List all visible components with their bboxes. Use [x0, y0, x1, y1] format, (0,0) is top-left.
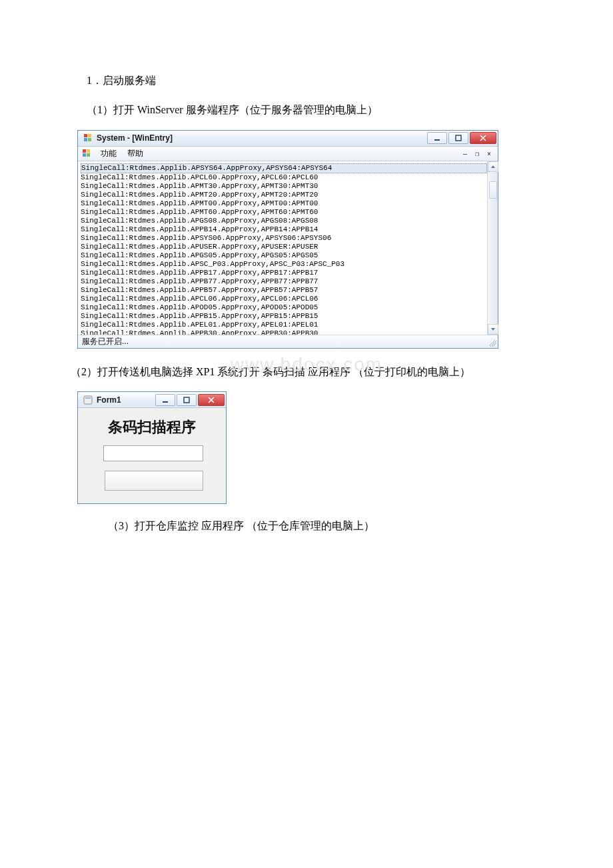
winserver-titlebar[interactable]: System - [WinEntry]: [78, 131, 498, 147]
log-line: SingleCall:Rtdmes.Applib.APPB17.AppProxy…: [81, 269, 487, 277]
log-line: SingleCall:Rtdmes.Applib.APPB77.AppProxy…: [81, 277, 487, 286]
log-line: SingleCall:Rtdmes.Applib.APMT20.AppProxy…: [81, 191, 487, 199]
svg-rect-1: [88, 134, 91, 137]
svg-rect-10: [84, 396, 92, 404]
status-text: 服务已开启...: [82, 336, 129, 347]
doc-step-1: （1）打开 WinServer 服务端程序（位于服务器管理的电脑上）: [87, 100, 540, 120]
log-line: SingleCall:Rtdmes.Applib.APCL60.AppProxy…: [81, 173, 487, 182]
scroll-down-button[interactable]: [488, 324, 498, 335]
log-line: SingleCall:Rtdmes.Applib.APPB30.AppProxy…: [81, 329, 487, 335]
svg-rect-11: [85, 397, 91, 399]
svg-rect-8: [83, 153, 86, 157]
barcode-heading: 条码扫描程序: [87, 417, 217, 437]
menu-function[interactable]: 功能: [99, 148, 118, 159]
log-line: SingleCall:Rtdmes.Applib.APUSER.AppProxy…: [81, 243, 487, 251]
log-line: SingleCall:Rtdmes.Applib.APMT00.AppProxy…: [81, 199, 487, 208]
mdi-minimize-icon[interactable]: –: [460, 149, 470, 158]
log-line: SingleCall:Rtdmes.Applib.APSYS06.AppProx…: [81, 234, 487, 243]
close-button[interactable]: [470, 132, 496, 144]
winserver-title: System - [WinEntry]: [97, 133, 427, 143]
svg-rect-3: [88, 138, 91, 141]
log-line: SingleCall:Rtdmes.Applib.APEL01.AppProxy…: [81, 321, 487, 329]
svg-rect-12: [163, 401, 168, 403]
log-line: SingleCall:Rtdmes.Applib.APCL06.AppProxy…: [81, 295, 487, 303]
log-line: SingleCall:Rtdmes.Applib.APSC_P03.AppPro…: [81, 260, 487, 269]
menu-help[interactable]: 帮助: [126, 148, 145, 159]
app-icon-small: [82, 149, 91, 158]
barcode-title: Form1: [97, 395, 155, 405]
close-button[interactable]: [198, 394, 225, 406]
scroll-up-button[interactable]: [488, 161, 498, 172]
barcode-window: Form1 条码扫描程序: [77, 391, 227, 504]
winserver-menubar: 功能 帮助 – ❐ ×: [78, 147, 498, 161]
svg-rect-13: [184, 397, 189, 403]
log-line: SingleCall:Rtdmes.Applib.APGS08.AppProxy…: [81, 217, 487, 225]
log-line: SingleCall:Rtdmes.Applib.APPB14.AppProxy…: [81, 225, 487, 234]
app-icon: [83, 133, 93, 143]
barcode-titlebar[interactable]: Form1: [78, 392, 226, 408]
log-line: SingleCall:Rtdmes.Applib.APMT30.AppProxy…: [81, 182, 487, 191]
minimize-button[interactable]: [427, 132, 447, 144]
doc-step-3: （3）打开仓库监控 应用程序 （位于仓库管理的电脑上）: [87, 516, 540, 536]
maximize-button[interactable]: [177, 394, 197, 406]
log-line: SingleCall:Rtdmes.Applib.APPB57.AppProxy…: [81, 286, 487, 295]
form-icon: [83, 395, 93, 405]
log-line: SingleCall:Rtdmes.Applib.APSYS64.AppProx…: [81, 163, 487, 173]
mdi-controls: – ❐ ×: [460, 149, 494, 158]
svg-rect-6: [83, 149, 86, 153]
status-bar: 服务已开启...: [78, 335, 498, 348]
vertical-scrollbar[interactable]: [487, 161, 498, 335]
svg-rect-2: [84, 138, 87, 141]
minimize-button[interactable]: [155, 394, 175, 406]
barcode-action-button[interactable]: [105, 471, 203, 491]
svg-rect-0: [84, 134, 87, 137]
doc-step-2: （2）打开传送机电脑选择 XP1 系统打开 条码扫描 应用程序 （位于打印机的电…: [113, 362, 540, 382]
svg-rect-5: [456, 135, 461, 141]
section-title: 1．启动服务端: [87, 71, 540, 91]
log-line: SingleCall:Rtdmes.Applib.APPB15.AppProxy…: [81, 312, 487, 321]
mdi-restore-icon[interactable]: ❐: [472, 149, 482, 158]
log-line: SingleCall:Rtdmes.Applib.APGS05.AppProxy…: [81, 251, 487, 260]
log-line: SingleCall:Rtdmes.Applib.APOD05.AppProxy…: [81, 303, 487, 312]
scroll-thumb[interactable]: [489, 181, 497, 199]
svg-rect-9: [87, 153, 90, 157]
barcode-input[interactable]: [103, 445, 203, 461]
winserver-window: System - [WinEntry] 功能 帮助 – ❐ × SingleCa…: [77, 130, 498, 349]
mdi-close-icon[interactable]: ×: [484, 149, 494, 158]
log-output[interactable]: SingleCall:Rtdmes.Applib.APSYS64.AppProx…: [78, 161, 498, 335]
svg-rect-4: [434, 139, 440, 141]
log-line: SingleCall:Rtdmes.Applib.APMT60.AppProxy…: [81, 208, 487, 217]
maximize-button[interactable]: [448, 132, 468, 144]
svg-rect-7: [87, 149, 90, 153]
